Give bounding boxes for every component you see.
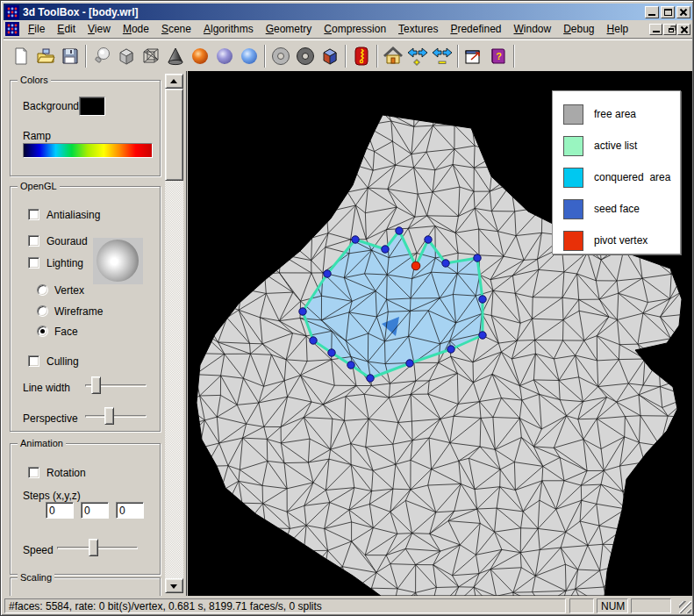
menu-compression[interactable]: Compression [318, 21, 392, 37]
mdi-restore-button[interactable] [663, 24, 676, 35]
toolbar: ? [4, 39, 692, 71]
background-label: Background [23, 100, 79, 112]
menu-predefined[interactable]: Predefined [444, 21, 507, 37]
solid-cube-button[interactable] [114, 44, 139, 68]
toolbar-separator [513, 45, 515, 68]
toolbar-separator [264, 45, 266, 68]
help-book-icon: ? [488, 46, 509, 67]
menu-mode[interactable]: Mode [117, 21, 155, 37]
scaling-group-title: Scaling [18, 572, 54, 583]
scroll-up-button[interactable] [165, 74, 183, 89]
sidebar-scrollbar[interactable] [165, 74, 183, 593]
zip-compress-button[interactable] [349, 44, 374, 68]
collapse-minus-button[interactable] [430, 44, 454, 68]
toolbar-separator [85, 45, 87, 68]
close-button[interactable] [676, 6, 690, 18]
close-icon [679, 8, 688, 17]
opengl-group: OpenGL Antialiasing Gouraud Lighting Ver… [10, 186, 161, 432]
expand-plus-button[interactable] [405, 44, 430, 68]
resize-grip[interactable] [679, 601, 691, 613]
wireframe-cube-button[interactable] [139, 44, 163, 68]
save-floppy-button[interactable] [58, 44, 82, 68]
expand-plus-icon [407, 46, 428, 67]
boundary-vertex [310, 337, 317, 344]
face-radio[interactable] [37, 326, 48, 337]
wireframe-radio[interactable] [37, 305, 48, 317]
scrollbar-thumb[interactable] [165, 89, 183, 181]
menu-debug[interactable]: Debug [557, 21, 600, 37]
purple-sphere-button[interactable] [212, 44, 237, 68]
document-system-icon[interactable] [5, 22, 19, 36]
boundary-vertex [328, 349, 335, 356]
steps-y-input[interactable] [81, 502, 109, 519]
close-icon [680, 25, 689, 34]
boundary-vertex [474, 254, 481, 261]
status-num-lock: NUM [597, 598, 628, 613]
animation-group: Animation Rotation Steps (x,y,z) Speed [10, 443, 161, 575]
viewport-3d[interactable]: free area active list conquered area see… [188, 71, 692, 596]
cone-button[interactable] [163, 44, 188, 68]
torus-light-button[interactable] [268, 44, 293, 68]
torus-dark-button[interactable] [293, 44, 318, 68]
orange-sphere-button[interactable] [188, 44, 212, 68]
steps-z-input[interactable] [116, 502, 144, 519]
culling-checkbox[interactable] [28, 355, 39, 367]
open-folder-icon [35, 46, 56, 67]
slider-thumb[interactable] [91, 376, 101, 394]
scroll-down-button[interactable] [165, 578, 183, 593]
antialiasing-checkbox[interactable] [28, 209, 39, 220]
slider-thumb[interactable] [104, 407, 114, 425]
mdi-minimize-button[interactable] [649, 24, 662, 35]
toolbar-separator [345, 45, 347, 68]
menu-geometry[interactable]: Geometry [260, 21, 318, 37]
menu-edit[interactable]: Edit [51, 21, 82, 37]
menu-help[interactable]: Help [601, 21, 635, 37]
restore-icon [669, 28, 674, 32]
legend-label: free area [594, 108, 636, 120]
textured-cube-button[interactable] [318, 44, 342, 68]
app-icon[interactable] [5, 5, 19, 19]
background-color-swatch[interactable] [79, 97, 105, 116]
ramp-label: Ramp [23, 130, 51, 142]
speed-slider[interactable] [57, 539, 138, 556]
title-bar: 3d ToolBox - [body.wrl] [4, 4, 692, 20]
maximize-button[interactable] [661, 6, 675, 18]
boundary-vertex [347, 362, 354, 369]
menu-view[interactable]: View [82, 21, 117, 37]
window-resize-button[interactable] [461, 44, 486, 68]
open-folder-button[interactable] [33, 44, 58, 68]
control-panel: Colors Background Ramp OpenGL Antialiasi… [4, 71, 187, 596]
status-message: #faces: 5584, rate: 0 bit(s)/vertex, 0.6… [4, 598, 566, 613]
menu-scene[interactable]: Scene [155, 21, 197, 37]
perspective-label: Perspective [23, 412, 78, 425]
menu-algorithms[interactable]: Algorithms [197, 21, 260, 37]
minimize-icon [648, 14, 655, 16]
lighting-checkbox[interactable] [28, 257, 39, 269]
light-bulb-button[interactable] [89, 44, 114, 68]
gouraud-checkbox[interactable] [28, 235, 39, 247]
menu-textures[interactable]: Textures [392, 21, 444, 37]
legend-row: pivot vertex [563, 225, 680, 256]
legend-swatch-free-area [563, 104, 583, 125]
light-direction-widget[interactable] [93, 238, 143, 284]
vertex-radio[interactable] [37, 284, 48, 296]
arrow-down-icon [170, 584, 177, 589]
menu-file[interactable]: File [22, 21, 51, 37]
slider-track [85, 415, 147, 418]
slider-thumb[interactable] [89, 539, 98, 556]
menu-window[interactable]: Window [507, 21, 557, 37]
steps-x-input[interactable] [46, 502, 74, 519]
status-bar: #faces: 5584, rate: 0 bit(s)/vertex, 0.6… [4, 597, 692, 614]
help-book-button[interactable]: ? [486, 44, 511, 68]
textured-cube-icon [319, 46, 340, 67]
blue-sphere-button[interactable] [237, 44, 261, 68]
color-ramp[interactable] [23, 143, 153, 158]
line-width-slider[interactable] [85, 376, 147, 394]
home-button[interactable] [381, 44, 405, 68]
perspective-slider[interactable] [85, 407, 147, 425]
minimize-button[interactable] [645, 6, 659, 18]
mdi-close-button[interactable] [677, 24, 690, 35]
maximize-icon [664, 9, 672, 16]
new-document-button[interactable] [9, 44, 33, 68]
rotation-checkbox[interactable] [28, 467, 39, 478]
